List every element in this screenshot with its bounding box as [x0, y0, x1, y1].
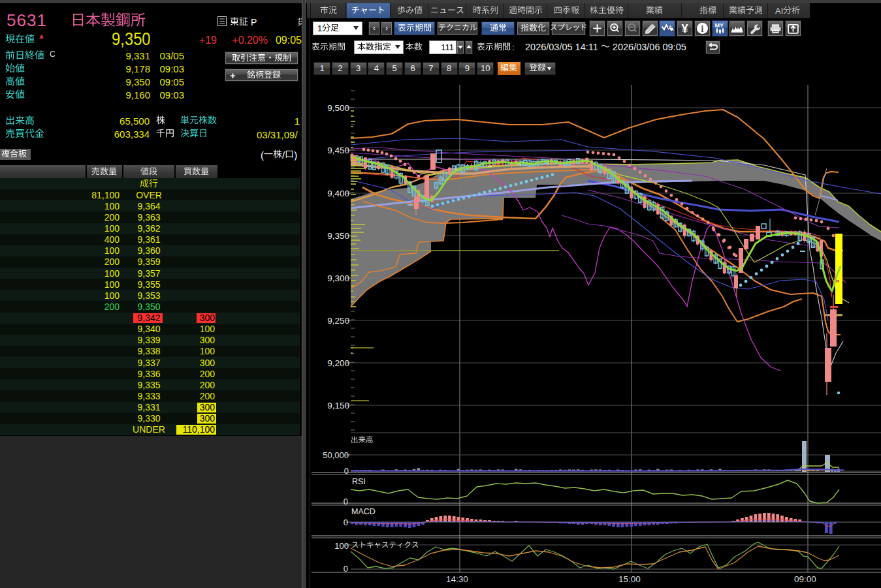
- svg-text:9,200: 9,200: [327, 358, 349, 368]
- svg-text:9,150: 9,150: [327, 401, 349, 410]
- svg-text:100: 100: [334, 541, 349, 551]
- svg-text:9,300: 9,300: [327, 273, 349, 283]
- svg-text:50,000: 50,000: [323, 450, 349, 460]
- svg-text:09:00: 09:00: [794, 574, 816, 584]
- svg-text:0: 0: [344, 497, 348, 506]
- svg-text:14:30: 14:30: [446, 574, 468, 584]
- svg-text:9,350: 9,350: [327, 231, 349, 241]
- svg-text:MY: MY: [715, 22, 724, 29]
- svg-text:9,400: 9,400: [327, 189, 349, 198]
- svg-text:9,250: 9,250: [327, 316, 349, 326]
- svg-text:0: 0: [344, 466, 349, 476]
- svg-text:¥: ¥: [681, 22, 688, 35]
- svg-text:0: 0: [344, 518, 348, 527]
- svg-text:9,500: 9,500: [327, 103, 349, 113]
- svg-text:15:00: 15:00: [618, 574, 641, 584]
- svg-text:i: i: [701, 24, 704, 34]
- svg-text:9,450: 9,450: [327, 146, 349, 155]
- svg-text:0: 0: [344, 564, 348, 574]
